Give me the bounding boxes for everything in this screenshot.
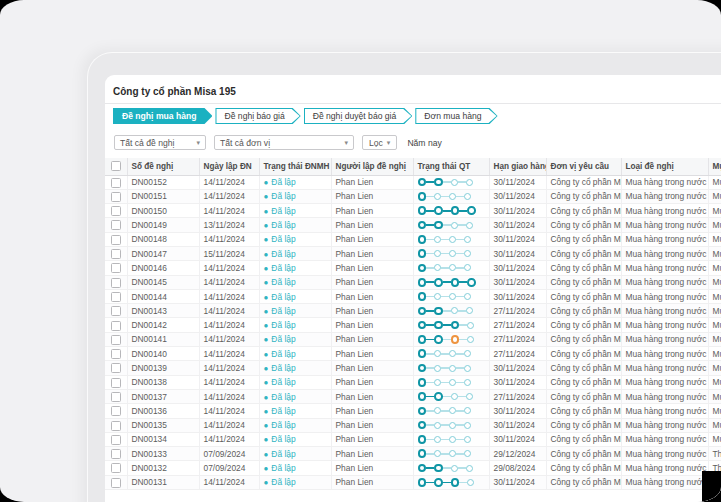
- row-checkbox[interactable]: [111, 306, 121, 316]
- workflow-status-cell: [413, 304, 489, 318]
- tab-de-nghi-bao-gia[interactable]: Đề nghị báo giá: [215, 108, 300, 124]
- workflow-connector: [441, 382, 449, 384]
- workflow-connector: [458, 310, 466, 312]
- table-row[interactable]: DN0013307/09/2024●Đã lậpPhan Lien29/12/2…: [105, 447, 721, 461]
- filter-button[interactable]: Lọc ▾: [362, 135, 397, 150]
- time-range-selector[interactable]: Năm nay: [407, 138, 441, 148]
- row-checkbox[interactable]: [111, 421, 121, 431]
- row-checkbox[interactable]: [111, 449, 121, 459]
- request-id-cell: DN00149: [127, 218, 199, 232]
- table-row[interactable]: DN0015114/11/2024●Đã lậpPhan Lien30/11/2…: [105, 189, 721, 203]
- proposal-filter-select[interactable]: Tất cả đề nghị ▾: [114, 135, 206, 150]
- workflow-progress-icon: [418, 478, 485, 487]
- workflow-progress-icon: [418, 378, 485, 387]
- row-checkbox[interactable]: [111, 263, 121, 273]
- workflow-status-cell: [413, 232, 489, 246]
- row-checkbox[interactable]: [111, 321, 121, 331]
- row-checkbox[interactable]: [111, 363, 121, 373]
- row-checkbox[interactable]: [111, 478, 121, 488]
- row-checkbox[interactable]: [111, 463, 121, 473]
- table-row[interactable]: DN0014114/11/2024●Đã lậpPhan Lien27/11/2…: [105, 332, 721, 346]
- workflow-step-icon: [418, 192, 427, 201]
- row-checkbox[interactable]: [111, 292, 121, 302]
- table-row[interactable]: DN0013914/11/2024●Đã lậpPhan Lien30/11/2…: [105, 361, 721, 375]
- status-badge: ●Đã lập: [264, 363, 296, 373]
- requesting-unit-cell: Công ty cổ phần Mi...: [546, 275, 621, 289]
- row-checkbox[interactable]: [111, 335, 121, 345]
- row-checkbox[interactable]: [111, 178, 121, 188]
- unit-filter-select[interactable]: Tất cả đơn vị ▾: [214, 135, 354, 150]
- workflow-connector: [458, 467, 466, 469]
- row-checkbox[interactable]: [111, 378, 121, 388]
- table-row[interactable]: DN0014814/11/2024●Đã lậpPhan Lien30/11/2…: [105, 232, 721, 246]
- workflow-step-icon: [418, 464, 427, 473]
- request-type-cell: Mua hàng trong nước: [621, 389, 708, 403]
- row-checkbox[interactable]: [111, 220, 121, 230]
- workflow-step-icon: [464, 236, 471, 243]
- workflow-step-icon: [434, 264, 441, 271]
- select-all-checkbox[interactable]: [111, 161, 121, 171]
- workflow-status-cell: [413, 189, 489, 203]
- table-row[interactable]: DN0014715/11/2024●Đã lậpPhan Lien30/11/2…: [105, 246, 721, 260]
- tab-de-nghi-duyet-bao-gia[interactable]: Đề nghị duyệt báo giá: [304, 108, 413, 124]
- request-type-cell: Mua hàng trong nước: [621, 404, 708, 418]
- row-checkbox[interactable]: [111, 392, 121, 402]
- status-cell: ●Đã lập: [259, 175, 331, 189]
- workflow-progress-icon: [418, 464, 485, 473]
- creator-cell: Phan Lien: [331, 475, 413, 489]
- created-date-cell: 14/11/2024: [199, 418, 259, 432]
- row-checkbox[interactable]: [111, 349, 121, 359]
- tab-label: Đề nghị duyệt báo giá: [313, 111, 397, 121]
- row-checkbox[interactable]: [111, 249, 121, 259]
- table-row[interactable]: DN0013414/11/2024●Đã lậpPhan Lien30/11/2…: [105, 432, 721, 446]
- table-row[interactable]: DN0013814/11/2024●Đã lậpPhan Lien30/11/2…: [105, 375, 721, 389]
- table-row[interactable]: DN0013714/11/2024●Đã lậpPhan Lien27/11/2…: [105, 389, 721, 403]
- workflow-connector: [443, 467, 451, 469]
- request-type-cell: Mua hàng trong nước: [621, 475, 708, 489]
- requesting-unit-cell: Công ty cổ phần Mi...: [546, 347, 621, 361]
- row-checkbox[interactable]: [111, 206, 121, 216]
- table-row[interactable]: DN0013514/11/2024●Đã lậpPhan Lien30/11/2…: [105, 418, 721, 432]
- status-dot-icon: ●: [264, 393, 269, 402]
- table-row[interactable]: DN0014614/11/2024●Đã lậpPhan Lien30/11/2…: [105, 261, 721, 275]
- workflow-step-icon: [418, 307, 427, 316]
- table-row[interactable]: DN0013614/11/2024●Đã lậpPhan Lien30/11/2…: [105, 404, 721, 418]
- table-row[interactable]: DN0014214/11/2024●Đã lậpPhan Lien27/11/2…: [105, 318, 721, 332]
- workflow-step-icon: [434, 236, 441, 243]
- company-title: Công ty cổ phần Misa 195: [113, 86, 236, 97]
- workflow-step-icon: [449, 422, 456, 429]
- workflow-connector: [443, 339, 451, 341]
- row-checkbox[interactable]: [111, 278, 121, 288]
- purpose-cell: Mua: [708, 218, 721, 232]
- table-row[interactable]: DN0013114/11/2024●Đã lậpPhan Lien30/11/2…: [105, 475, 721, 489]
- workflow-step-icon: [449, 407, 456, 414]
- table-row[interactable]: DN0013207/09/2024●Đã lậpPhan Lien29/08/2…: [105, 461, 721, 475]
- workflow-connector: [441, 367, 449, 369]
- request-id-cell: DN00133: [127, 447, 199, 461]
- status-badge: ●Đã lập: [264, 349, 296, 359]
- workflow-step-icon: [418, 235, 427, 244]
- table-row[interactable]: DN0015214/11/2024●Đã lậpPhan Lien30/11/2…: [105, 175, 721, 189]
- workflow-connector: [426, 296, 434, 298]
- workflow-connector: [441, 439, 449, 441]
- row-checkbox[interactable]: [111, 235, 121, 245]
- table-row[interactable]: DN0014314/11/2024●Đã lậpPhan Lien27/11/2…: [105, 304, 721, 318]
- workflow-step-icon: [418, 421, 427, 430]
- status-badge: ●Đã lập: [264, 463, 296, 473]
- table-row[interactable]: DN0014014/11/2024●Đã lậpPhan Lien27/11/2…: [105, 347, 721, 361]
- tab-don-mua-hang[interactable]: Đơn mua hàng: [415, 108, 497, 124]
- table-row[interactable]: DN0015014/11/2024●Đã lậpPhan Lien30/11/2…: [105, 204, 721, 218]
- row-checkbox[interactable]: [111, 435, 121, 445]
- workflow-step-icon: [418, 221, 427, 230]
- row-checkbox[interactable]: [111, 192, 121, 202]
- table-row[interactable]: DN0014414/11/2024●Đã lậpPhan Lien30/11/2…: [105, 289, 721, 303]
- tab-de-nghi-mua-hang[interactable]: Đề nghị mua hàng: [113, 108, 212, 124]
- table-row[interactable]: DN0014913/11/2024●Đã lậpPhan Lien30/11/2…: [105, 218, 721, 232]
- workflow-connector: [456, 239, 464, 241]
- status-badge: ●Đã lập: [264, 263, 296, 273]
- requesting-unit-cell: Công ty cổ phần Mi...: [546, 204, 621, 218]
- workflow-step-icon: [418, 435, 427, 444]
- table-row[interactable]: DN0014514/11/2024●Đã lậpPhan Lien30/11/2…: [105, 275, 721, 289]
- row-checkbox[interactable]: [111, 406, 121, 416]
- status-dot-icon: ●: [264, 307, 269, 316]
